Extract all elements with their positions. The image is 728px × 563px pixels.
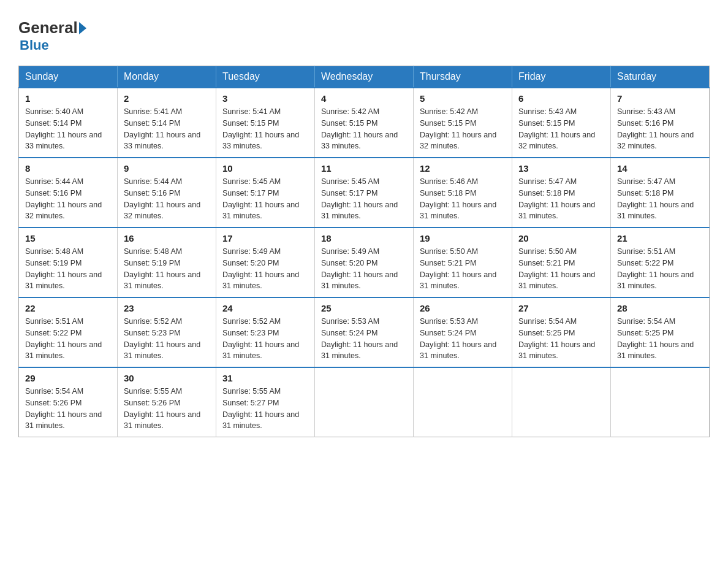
day-info: Sunrise: 5:42 AMSunset: 5:15 PMDaylight:… bbox=[420, 106, 506, 152]
calendar-cell: 5 Sunrise: 5:42 AMSunset: 5:15 PMDayligh… bbox=[414, 88, 512, 158]
day-info: Sunrise: 5:51 AMSunset: 5:22 PMDaylight:… bbox=[25, 316, 111, 362]
day-number: 21 bbox=[617, 233, 703, 243]
day-number: 31 bbox=[222, 373, 308, 383]
day-info: Sunrise: 5:48 AMSunset: 5:19 PMDaylight:… bbox=[25, 246, 111, 292]
logo-arrow-icon bbox=[79, 22, 86, 34]
calendar-cell: 29 Sunrise: 5:54 AMSunset: 5:26 PMDaylig… bbox=[19, 367, 118, 437]
calendar-week-4: 22 Sunrise: 5:51 AMSunset: 5:22 PMDaylig… bbox=[19, 297, 710, 367]
calendar-cell: 14 Sunrise: 5:47 AMSunset: 5:18 PMDaylig… bbox=[611, 158, 710, 228]
day-number: 22 bbox=[25, 303, 111, 313]
calendar-cell: 11 Sunrise: 5:45 AMSunset: 5:17 PMDaylig… bbox=[315, 158, 414, 228]
calendar-cell: 21 Sunrise: 5:51 AMSunset: 5:22 PMDaylig… bbox=[611, 228, 710, 297]
calendar-cell: 30 Sunrise: 5:55 AMSunset: 5:26 PMDaylig… bbox=[118, 367, 216, 437]
calendar-cell: 23 Sunrise: 5:52 AMSunset: 5:23 PMDaylig… bbox=[118, 297, 216, 367]
day-number: 25 bbox=[321, 303, 407, 313]
calendar-week-3: 15 Sunrise: 5:48 AMSunset: 5:19 PMDaylig… bbox=[19, 228, 710, 297]
calendar-table: SundayMondayTuesdayWednesdayThursdayFrid… bbox=[18, 66, 710, 437]
calendar-cell: 15 Sunrise: 5:48 AMSunset: 5:19 PMDaylig… bbox=[19, 228, 118, 297]
day-number: 30 bbox=[124, 373, 210, 383]
day-info: Sunrise: 5:50 AMSunset: 5:21 PMDaylight:… bbox=[420, 246, 506, 292]
calendar-week-5: 29 Sunrise: 5:54 AMSunset: 5:26 PMDaylig… bbox=[19, 367, 710, 437]
day-number: 4 bbox=[321, 93, 407, 104]
calendar-cell: 28 Sunrise: 5:54 AMSunset: 5:25 PMDaylig… bbox=[611, 297, 710, 367]
calendar-cell: 19 Sunrise: 5:50 AMSunset: 5:21 PMDaylig… bbox=[414, 228, 512, 297]
day-info: Sunrise: 5:53 AMSunset: 5:24 PMDaylight:… bbox=[321, 316, 407, 362]
day-info: Sunrise: 5:52 AMSunset: 5:23 PMDaylight:… bbox=[124, 316, 210, 362]
day-info: Sunrise: 5:44 AMSunset: 5:16 PMDaylight:… bbox=[124, 176, 210, 222]
calendar-cell: 8 Sunrise: 5:44 AMSunset: 5:16 PMDayligh… bbox=[19, 158, 118, 228]
logo-blue-text: Blue bbox=[20, 37, 49, 53]
day-info: Sunrise: 5:55 AMSunset: 5:26 PMDaylight:… bbox=[124, 386, 210, 432]
calendar-cell: 16 Sunrise: 5:48 AMSunset: 5:19 PMDaylig… bbox=[118, 228, 216, 297]
calendar-cell: 6 Sunrise: 5:43 AMSunset: 5:15 PMDayligh… bbox=[512, 88, 611, 158]
calendar-header-row: SundayMondayTuesdayWednesdayThursdayFrid… bbox=[19, 66, 710, 88]
day-info: Sunrise: 5:43 AMSunset: 5:16 PMDaylight:… bbox=[617, 106, 703, 152]
day-number: 23 bbox=[124, 303, 210, 313]
header-saturday: Saturday bbox=[611, 66, 710, 88]
calendar-cell: 17 Sunrise: 5:49 AMSunset: 5:20 PMDaylig… bbox=[216, 228, 315, 297]
day-info: Sunrise: 5:51 AMSunset: 5:22 PMDaylight:… bbox=[617, 246, 703, 292]
day-info: Sunrise: 5:50 AMSunset: 5:21 PMDaylight:… bbox=[518, 246, 604, 292]
day-number: 13 bbox=[518, 163, 604, 174]
day-info: Sunrise: 5:44 AMSunset: 5:16 PMDaylight:… bbox=[25, 176, 111, 222]
calendar-cell bbox=[512, 367, 611, 437]
day-info: Sunrise: 5:55 AMSunset: 5:27 PMDaylight:… bbox=[222, 386, 308, 432]
day-info: Sunrise: 5:41 AMSunset: 5:15 PMDaylight:… bbox=[222, 106, 308, 152]
day-number: 24 bbox=[222, 303, 308, 313]
page-header: General Blue bbox=[18, 18, 710, 53]
calendar-week-2: 8 Sunrise: 5:44 AMSunset: 5:16 PMDayligh… bbox=[19, 158, 710, 228]
day-number: 1 bbox=[25, 93, 111, 104]
day-number: 16 bbox=[124, 233, 210, 243]
calendar-cell: 3 Sunrise: 5:41 AMSunset: 5:15 PMDayligh… bbox=[216, 88, 315, 158]
day-number: 2 bbox=[124, 93, 210, 104]
day-number: 15 bbox=[25, 233, 111, 243]
calendar-cell: 13 Sunrise: 5:47 AMSunset: 5:18 PMDaylig… bbox=[512, 158, 611, 228]
day-info: Sunrise: 5:53 AMSunset: 5:24 PMDaylight:… bbox=[420, 316, 506, 362]
day-number: 27 bbox=[518, 303, 604, 313]
day-number: 29 bbox=[25, 373, 111, 383]
day-info: Sunrise: 5:54 AMSunset: 5:25 PMDaylight:… bbox=[617, 316, 703, 362]
calendar-cell bbox=[611, 367, 710, 437]
day-info: Sunrise: 5:42 AMSunset: 5:15 PMDaylight:… bbox=[321, 106, 407, 152]
day-number: 3 bbox=[222, 93, 308, 104]
day-number: 10 bbox=[222, 163, 308, 174]
calendar-cell: 31 Sunrise: 5:55 AMSunset: 5:27 PMDaylig… bbox=[216, 367, 315, 437]
day-number: 12 bbox=[420, 163, 506, 174]
day-info: Sunrise: 5:40 AMSunset: 5:14 PMDaylight:… bbox=[25, 106, 111, 152]
day-number: 17 bbox=[222, 233, 308, 243]
day-info: Sunrise: 5:47 AMSunset: 5:18 PMDaylight:… bbox=[617, 176, 703, 222]
calendar-cell: 18 Sunrise: 5:49 AMSunset: 5:20 PMDaylig… bbox=[315, 228, 414, 297]
calendar-cell: 26 Sunrise: 5:53 AMSunset: 5:24 PMDaylig… bbox=[414, 297, 512, 367]
day-info: Sunrise: 5:41 AMSunset: 5:14 PMDaylight:… bbox=[124, 106, 210, 152]
calendar-cell: 9 Sunrise: 5:44 AMSunset: 5:16 PMDayligh… bbox=[118, 158, 216, 228]
calendar-cell: 22 Sunrise: 5:51 AMSunset: 5:22 PMDaylig… bbox=[19, 297, 118, 367]
day-number: 5 bbox=[420, 93, 506, 104]
logo: General Blue bbox=[18, 18, 88, 53]
day-info: Sunrise: 5:48 AMSunset: 5:19 PMDaylight:… bbox=[124, 246, 210, 292]
day-number: 26 bbox=[420, 303, 506, 313]
calendar-week-1: 1 Sunrise: 5:40 AMSunset: 5:14 PMDayligh… bbox=[19, 88, 710, 158]
day-number: 11 bbox=[321, 163, 407, 174]
calendar-cell: 2 Sunrise: 5:41 AMSunset: 5:14 PMDayligh… bbox=[118, 88, 216, 158]
logo-general-text: General bbox=[18, 18, 78, 37]
header-thursday: Thursday bbox=[414, 66, 512, 88]
day-number: 14 bbox=[617, 163, 703, 174]
calendar-cell: 10 Sunrise: 5:45 AMSunset: 5:17 PMDaylig… bbox=[216, 158, 315, 228]
calendar-cell: 7 Sunrise: 5:43 AMSunset: 5:16 PMDayligh… bbox=[611, 88, 710, 158]
calendar-cell: 27 Sunrise: 5:54 AMSunset: 5:25 PMDaylig… bbox=[512, 297, 611, 367]
calendar-cell: 4 Sunrise: 5:42 AMSunset: 5:15 PMDayligh… bbox=[315, 88, 414, 158]
header-sunday: Sunday bbox=[19, 66, 118, 88]
day-number: 19 bbox=[420, 233, 506, 243]
day-number: 28 bbox=[617, 303, 703, 313]
header-tuesday: Tuesday bbox=[216, 66, 315, 88]
calendar-cell bbox=[414, 367, 512, 437]
day-info: Sunrise: 5:46 AMSunset: 5:18 PMDaylight:… bbox=[420, 176, 506, 222]
day-info: Sunrise: 5:49 AMSunset: 5:20 PMDaylight:… bbox=[222, 246, 308, 292]
calendar-cell: 20 Sunrise: 5:50 AMSunset: 5:21 PMDaylig… bbox=[512, 228, 611, 297]
header-wednesday: Wednesday bbox=[315, 66, 414, 88]
calendar-cell: 12 Sunrise: 5:46 AMSunset: 5:18 PMDaylig… bbox=[414, 158, 512, 228]
day-info: Sunrise: 5:43 AMSunset: 5:15 PMDaylight:… bbox=[518, 106, 604, 152]
day-number: 18 bbox=[321, 233, 407, 243]
day-number: 8 bbox=[25, 163, 111, 174]
calendar-cell bbox=[315, 367, 414, 437]
